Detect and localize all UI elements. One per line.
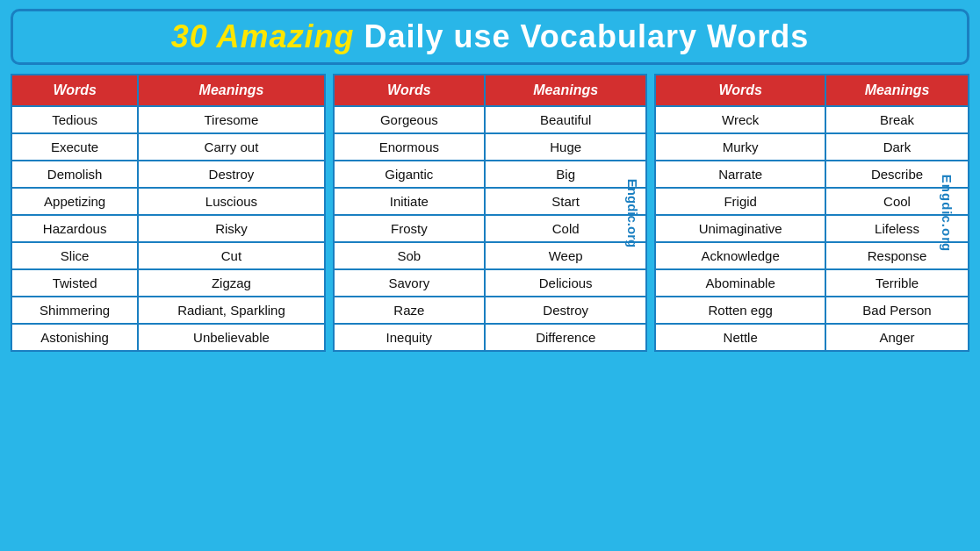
meaning-cell: Big — [485, 161, 646, 188]
word-cell: Raze — [334, 297, 485, 324]
word-cell: Abominable — [655, 269, 825, 297]
word-cell: Astonishing — [11, 324, 138, 351]
title-amazing-word: Amazing — [216, 18, 354, 54]
title-amazing: 30 — [171, 18, 217, 54]
meaning-cell: Response — [825, 242, 969, 269]
meaning-cell: Delicious — [485, 269, 646, 297]
word-cell: Initiate — [334, 188, 485, 215]
word-cell: Tedious — [11, 106, 138, 133]
table-1: Words Meanings TediousTiresomeExecuteCar… — [11, 74, 326, 352]
table-row: AppetizingLuscious — [11, 188, 325, 215]
meaning-cell: Destroy — [485, 297, 646, 324]
word-cell: Slice — [11, 242, 138, 269]
meaning-cell: Cool — [825, 188, 969, 215]
meaning-cell: Describe — [825, 161, 969, 188]
table-row: AstonishingUnbelievable — [11, 324, 325, 351]
table-row: WreckBreak — [655, 106, 969, 133]
table2-header-words: Words — [334, 75, 485, 106]
table2-header-meanings: Meanings — [485, 75, 646, 106]
word-cell: Wreck — [655, 106, 825, 133]
word-cell: Hazardous — [11, 215, 138, 242]
table-section-3: Words Meanings WreckBreakMurkyDarkNarrat… — [654, 74, 969, 352]
table-row: NarrateDescribe — [655, 161, 969, 188]
meaning-cell: Huge — [485, 133, 646, 161]
word-cell: Sob — [334, 242, 485, 269]
meaning-cell: Zigzag — [138, 269, 324, 297]
meaning-cell: Unbelievable — [138, 324, 324, 351]
table-row: TediousTiresome — [11, 106, 325, 133]
word-cell: Gigantic — [334, 161, 485, 188]
meaning-cell: Anger — [825, 324, 969, 351]
word-cell: Rotten egg — [655, 297, 825, 324]
meaning-cell: Lifeless — [825, 215, 969, 242]
table-row: NettleAnger — [655, 324, 969, 351]
table-row: ExecuteCarry out — [11, 133, 325, 161]
meaning-cell: Carry out — [138, 133, 324, 161]
word-cell: Unimaginative — [655, 215, 825, 242]
word-cell: Narrate — [655, 161, 825, 188]
table-row: FrigidCool — [655, 188, 969, 215]
table-row: InitiateStart — [334, 188, 647, 215]
meaning-cell: Beautiful — [485, 106, 646, 133]
meaning-cell: Tiresome — [138, 106, 324, 133]
table3-header-meanings: Meanings — [825, 75, 969, 106]
word-cell: Gorgeous — [334, 106, 485, 133]
table1-header-words: Words — [11, 75, 138, 106]
meaning-cell: Break — [825, 106, 969, 133]
word-cell: Twisted — [11, 269, 138, 297]
table-section-1: Words Meanings TediousTiresomeExecuteCar… — [11, 74, 326, 352]
table-row: MurkyDark — [655, 133, 969, 161]
meaning-cell: Weep — [485, 242, 646, 269]
word-cell: Shimmering — [11, 297, 138, 324]
meaning-cell: Difference — [485, 324, 646, 351]
table-3: Words Meanings WreckBreakMurkyDarkNarrat… — [654, 74, 969, 352]
table-row: AbominableTerrible — [655, 269, 969, 297]
table-row: SliceCut — [11, 242, 325, 269]
table-section-2: Words Meanings GorgeousBeautifulEnormous… — [333, 74, 648, 352]
word-cell: Inequity — [334, 324, 485, 351]
watermark-2: Engdic.org — [625, 178, 640, 247]
word-cell: Execute — [11, 133, 138, 161]
meaning-cell: Terrible — [825, 269, 969, 297]
table-row: AcknowledgeResponse — [655, 242, 969, 269]
table-row: EnormousHuge — [334, 133, 647, 161]
table3-header-words: Words — [655, 75, 825, 106]
word-cell: Murky — [655, 133, 825, 161]
word-cell: Nettle — [655, 324, 825, 351]
word-cell: Savory — [334, 269, 485, 297]
word-cell: Acknowledge — [655, 242, 825, 269]
table-row: TwistedZigzag — [11, 269, 325, 297]
table-row: SobWeep — [334, 242, 647, 269]
word-cell: Frosty — [334, 215, 485, 242]
table-row: RazeDestroy — [334, 297, 647, 324]
meaning-cell: Destroy — [138, 161, 324, 188]
table-row: DemolishDestroy — [11, 161, 325, 188]
meaning-cell: Bad Person — [825, 297, 969, 324]
meaning-cell: Luscious — [138, 188, 324, 215]
word-cell: Enormous — [334, 133, 485, 161]
table-row: InequityDifference — [334, 324, 647, 351]
word-cell: Appetizing — [11, 188, 138, 215]
table-row: ShimmeringRadiant, Sparkling — [11, 297, 325, 324]
meaning-cell: Radiant, Sparkling — [138, 297, 324, 324]
title-rest: Daily use Vocabulary Words — [354, 18, 809, 54]
word-cell: Frigid — [655, 188, 825, 215]
table1-header-meanings: Meanings — [138, 75, 324, 106]
table-row: UnimaginativeLifeless — [655, 215, 969, 242]
table-row: FrostyCold — [334, 215, 647, 242]
table-2: Words Meanings GorgeousBeautifulEnormous… — [333, 74, 648, 352]
table-row: GorgeousBeautiful — [334, 106, 647, 133]
meaning-cell: Cut — [138, 242, 324, 269]
word-cell: Demolish — [11, 161, 138, 188]
table-row: Rotten eggBad Person — [655, 297, 969, 324]
table-row: HazardousRisky — [11, 215, 325, 242]
table-row: GiganticBig — [334, 161, 647, 188]
table-row: SavoryDelicious — [334, 269, 647, 297]
title-box: 30 Amazing Daily use Vocabulary Words — [11, 9, 969, 65]
meaning-cell: Start — [485, 188, 646, 215]
meaning-cell: Risky — [138, 215, 324, 242]
tables-wrapper: Words Meanings TediousTiresomeExecuteCar… — [11, 74, 969, 352]
meaning-cell: Cold — [485, 215, 646, 242]
meaning-cell: Dark — [825, 133, 969, 161]
